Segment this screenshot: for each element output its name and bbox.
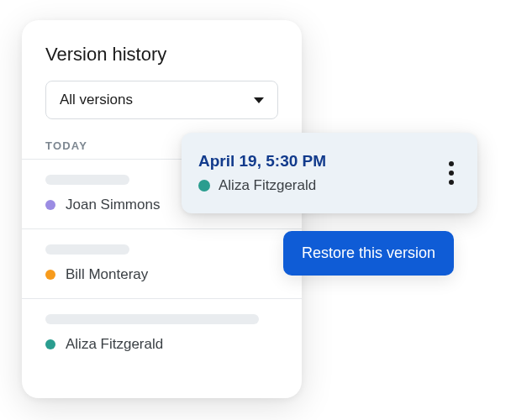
popover-content: April 19, 5:30 PM Aliza Fitzgerald xyxy=(198,152,326,194)
versions-filter-dropdown[interactable]: All versions xyxy=(45,81,278,119)
more-options-button[interactable] xyxy=(442,155,461,192)
author-color-dot xyxy=(45,200,55,210)
version-row[interactable]: Aliza Fitzgerald xyxy=(22,299,302,368)
author-name: Bill Monteray xyxy=(66,266,148,283)
panel-title: Version history xyxy=(22,44,302,66)
version-author: Aliza Fitzgerald xyxy=(45,336,278,353)
kebab-dot-icon xyxy=(449,171,454,176)
timestamp-skeleton xyxy=(45,244,129,255)
author-name: Joan Simmons xyxy=(66,197,160,213)
selected-version-popover: April 19, 5:30 PM Aliza Fitzgerald xyxy=(182,133,477,213)
version-row[interactable]: Bill Monteray xyxy=(22,229,302,298)
popover-author-name: Aliza Fitzgerald xyxy=(219,177,316,194)
author-color-dot xyxy=(45,270,55,280)
author-name: Aliza Fitzgerald xyxy=(66,336,163,353)
popover-author: Aliza Fitzgerald xyxy=(198,177,326,194)
dropdown-selected-label: All versions xyxy=(60,92,133,108)
author-color-dot xyxy=(198,180,210,192)
popover-timestamp: April 19, 5:30 PM xyxy=(198,152,326,171)
restore-version-button[interactable]: Restore this version xyxy=(283,231,454,276)
version-author: Bill Monteray xyxy=(45,266,278,283)
kebab-dot-icon xyxy=(449,161,454,166)
author-color-dot xyxy=(45,339,55,349)
kebab-dot-icon xyxy=(449,180,454,185)
timestamp-skeleton xyxy=(45,314,259,324)
caret-down-icon xyxy=(254,97,264,103)
timestamp-skeleton xyxy=(45,175,129,185)
